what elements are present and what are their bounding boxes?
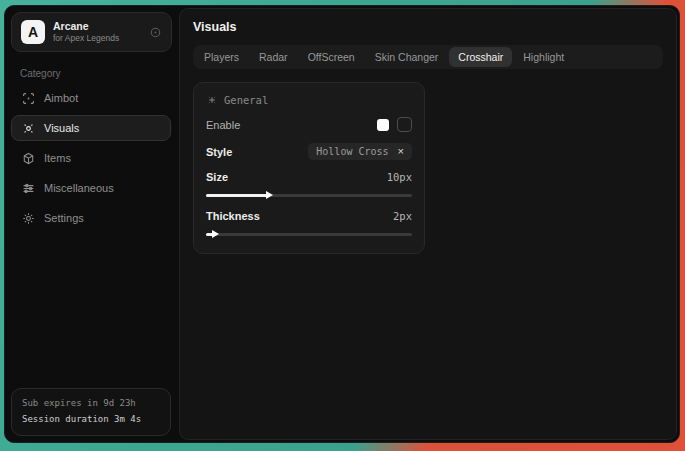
scan-icon bbox=[21, 92, 35, 105]
general-panel: General Enable Style Hollow Cross × Size… bbox=[193, 82, 425, 254]
subscription-info-card: Sub expires in 9d 23h Session duration 3… bbox=[11, 388, 171, 436]
close-icon[interactable]: × bbox=[398, 146, 404, 157]
thickness-value: 2px bbox=[393, 210, 412, 222]
style-row: Style Hollow Cross × bbox=[206, 143, 412, 160]
thickness-row: Thickness 2px bbox=[206, 210, 412, 222]
page-title: Visuals bbox=[193, 20, 663, 34]
color-swatch[interactable] bbox=[377, 119, 389, 131]
thickness-slider-thumb[interactable] bbox=[212, 230, 219, 238]
focus-icon bbox=[21, 122, 35, 135]
style-dropdown[interactable]: Hollow Cross × bbox=[308, 143, 412, 160]
sidebar-item-visuals[interactable]: Visuals bbox=[11, 115, 171, 141]
sidebar-item-label: Visuals bbox=[44, 122, 79, 134]
size-value: 10px bbox=[387, 171, 412, 183]
size-slider[interactable] bbox=[206, 191, 412, 199]
crosshair-rays-icon bbox=[206, 94, 218, 106]
sub-expires-text: Sub expires in 9d 23h bbox=[22, 396, 160, 411]
tab-skin-changer[interactable]: Skin Changer bbox=[366, 47, 448, 67]
tab-radar[interactable]: Radar bbox=[250, 47, 297, 67]
size-label: Size bbox=[206, 171, 228, 183]
sidebar-nav: Aimbot Visuals bbox=[5, 85, 177, 231]
tab-offscreen[interactable]: OffScreen bbox=[299, 47, 364, 67]
sidebar-item-label: Miscellaneous bbox=[44, 182, 114, 194]
general-panel-header: General bbox=[206, 94, 412, 106]
sidebar-item-miscellaneous[interactable]: Miscellaneous bbox=[11, 175, 171, 201]
app-logo: A bbox=[21, 20, 45, 44]
enable-checkbox[interactable] bbox=[397, 117, 412, 132]
gear-icon bbox=[21, 212, 35, 225]
style-label: Style bbox=[206, 146, 232, 158]
thickness-label: Thickness bbox=[206, 210, 260, 222]
sidebar-item-settings[interactable]: Settings bbox=[11, 205, 171, 231]
sidebar-item-aimbot[interactable]: Aimbot bbox=[11, 85, 171, 111]
tab-players[interactable]: Players bbox=[195, 47, 248, 67]
app-title: Arcane bbox=[53, 20, 141, 33]
thickness-slider[interactable] bbox=[206, 230, 412, 238]
general-panel-title: General bbox=[224, 94, 268, 106]
app-header-card: A Arcane for Apex Legends bbox=[11, 12, 172, 52]
sidebar-item-items[interactable]: Items bbox=[11, 145, 171, 171]
sidebar-item-label: Aimbot bbox=[44, 92, 78, 104]
style-selected-value: Hollow Cross bbox=[316, 146, 388, 157]
tab-highlight[interactable]: Highlight bbox=[514, 47, 573, 67]
visuals-tabbar: Players Radar OffScreen Skin Changer Cro… bbox=[193, 45, 663, 69]
target-icon[interactable] bbox=[149, 26, 162, 39]
enable-row: Enable bbox=[206, 117, 412, 132]
app-subtitle: for Apex Legends bbox=[53, 33, 141, 44]
overlay-window: A Arcane for Apex Legends Category bbox=[4, 5, 680, 443]
enable-label: Enable bbox=[206, 119, 240, 131]
size-slider-thumb[interactable] bbox=[266, 191, 273, 199]
sliders-icon bbox=[21, 182, 35, 195]
box-icon bbox=[21, 152, 35, 165]
size-row: Size 10px bbox=[206, 171, 412, 183]
session-duration-text: Session duration 3m 4s bbox=[22, 412, 160, 427]
sidebar-item-label: Settings bbox=[44, 212, 84, 224]
sidebar-item-label: Items bbox=[44, 152, 71, 164]
category-label: Category bbox=[20, 68, 177, 79]
main-content: Visuals Players Radar OffScreen Skin Cha… bbox=[179, 8, 677, 440]
sidebar: A Arcane for Apex Legends Category bbox=[5, 6, 177, 442]
tab-crosshair[interactable]: Crosshair bbox=[449, 47, 512, 67]
